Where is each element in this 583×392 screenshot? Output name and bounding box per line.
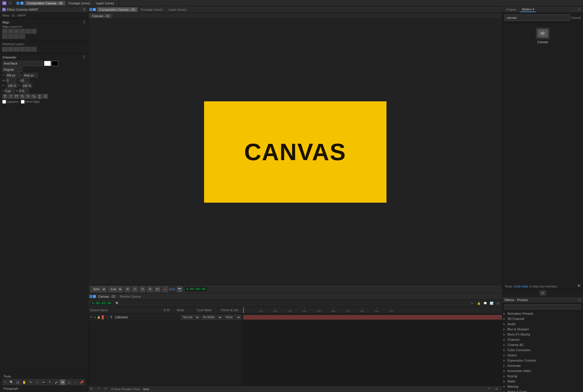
list-item[interactable]: 3D Channel [502, 316, 583, 321]
record-btn[interactable]: ● [162, 286, 168, 292]
clone-tool-btn[interactable]: ✱ [60, 379, 65, 385]
list-item[interactable]: Noise & Grain [502, 389, 583, 392]
tl-motion-blur-btn[interactable]: ◎ [496, 301, 500, 306]
align-hcenter-btn[interactable]: ⊢ [8, 29, 13, 34]
dist-btn2[interactable]: |↕| [8, 47, 13, 52]
smallcaps-btn[interactable]: Tt [20, 94, 25, 99]
motion4-tab[interactable]: Motion 4 [520, 7, 536, 12]
status-settings-btn[interactable]: ⛰ [495, 387, 500, 391]
safe-zones-btn[interactable]: ⊡ [132, 286, 138, 292]
canvas-02-tab[interactable]: Canvas - 02 [89, 14, 112, 18]
dist-btn3[interactable]: |→| [14, 47, 19, 52]
list-item[interactable]: Keying [502, 373, 583, 379]
vsz-input[interactable] [22, 83, 32, 88]
tl-timecode[interactable]: 0:00:00:00 [90, 301, 113, 306]
tracking-input[interactable] [6, 78, 16, 83]
pan-tool-btn[interactable]: ✋ [21, 379, 27, 385]
layer-visibility-btn[interactable]: 👁 [90, 316, 93, 319]
align-left-btn[interactable]: ⊣ [2, 29, 8, 34]
composition-canvas-tab[interactable]: Composition Canvas - 02 [97, 7, 138, 12]
hindi-digits-checkbox[interactable] [21, 100, 25, 104]
tl-render-queue-label[interactable]: Render Queue [120, 295, 141, 298]
quality-select[interactable]: Full Half Quarter [108, 286, 123, 292]
list-item[interactable]: Blur & Sharpen [502, 327, 583, 332]
grid-btn[interactable]: ⊞ [124, 286, 130, 292]
layer-lock-icon[interactable]: 🔒 [97, 316, 100, 319]
list-item[interactable]: Immersive Video [502, 368, 583, 373]
tl-search-btn[interactable]: 🔍 [115, 301, 120, 306]
tl-graph-btn[interactable]: 📊 [489, 301, 494, 306]
zoom-tool-btn[interactable]: 🔍 [9, 379, 14, 385]
project-tab[interactable]: Project [505, 7, 518, 12]
list-item[interactable]: Matte [502, 379, 583, 384]
tl-home-btn[interactable]: ⊢ [470, 301, 475, 306]
caps-btn[interactable]: TT [14, 94, 19, 99]
auto-px-input[interactable] [23, 73, 38, 78]
ligatures-checkbox[interactable] [2, 100, 6, 104]
sup-btn[interactable]: T² [25, 94, 31, 99]
list-item[interactable]: Generate [502, 363, 583, 368]
track-bar-1[interactable] [243, 315, 502, 320]
zoom-select[interactable]: 50% 100% 25% [91, 286, 107, 292]
dist-btn1[interactable]: |←| [2, 47, 8, 52]
font-family-input[interactable] [2, 61, 43, 66]
dist-btn6[interactable]: ⊣ [31, 47, 36, 52]
rulers-btn[interactable]: ⊞ [147, 286, 153, 292]
align-sel-btn3[interactable]: ↔ [14, 34, 19, 39]
align-hamburger-icon[interactable]: ☰ [83, 20, 86, 24]
align-right-btn[interactable]: ⊢ [14, 29, 19, 34]
layer-parent-select[interactable]: None [224, 315, 241, 320]
align-vcenter-btn[interactable]: ⊥ [25, 29, 31, 34]
status-btn3[interactable]: ⊞ [104, 387, 109, 391]
dist-btn4[interactable]: ↔ [20, 47, 25, 52]
select-tool-btn[interactable]: ↖ [2, 379, 8, 385]
status-btn2[interactable]: ⊡ [98, 387, 102, 391]
align-sel-btn2[interactable]: ↕ [8, 34, 13, 39]
list-item[interactable]: Expression Controls [502, 358, 583, 363]
tl-lock-btn[interactable]: 🔒 [476, 301, 481, 306]
tsshift-input[interactable] [19, 89, 29, 93]
list-item[interactable]: Channel [502, 337, 583, 342]
italic-btn[interactable]: T [8, 94, 13, 99]
font-size-input[interactable] [6, 73, 20, 78]
status-zoom-btn[interactable]: ⊕ [488, 387, 493, 391]
playhead[interactable] [243, 307, 244, 313]
list-item[interactable]: Distort [502, 353, 583, 358]
camera-tool-btn[interactable]: 🎥 [15, 379, 21, 385]
rotate-tool-btn[interactable]: ↻ [28, 379, 34, 385]
text-tool-btn[interactable]: T [47, 379, 53, 385]
brush-tool-btn[interactable]: 🖌 [53, 379, 59, 385]
pen-tool-btn[interactable]: ✒ [41, 379, 46, 385]
align-bottom-btn[interactable]: ⊥ [31, 29, 36, 34]
right-panel-hamburger-icon[interactable]: ☰ [578, 8, 581, 11]
bold-btn[interactable]: T [2, 94, 8, 99]
list-item[interactable]: Boris FX Mocha [502, 332, 583, 337]
stroke-color-swatch[interactable] [52, 61, 58, 66]
tl-comment-btn[interactable]: 💬 [483, 301, 487, 306]
align-top-btn[interactable]: ⊤ [20, 29, 25, 34]
comp-tab-label[interactable]: Composition Canvas - 02 [25, 1, 65, 6]
guides-btn[interactable]: ⊟ [140, 286, 145, 292]
align-sel-btn1[interactable]: ↔ [2, 34, 8, 39]
list-item[interactable]: Animation Presets [502, 311, 583, 316]
baseline-input[interactable] [5, 89, 15, 93]
layer-matte-select[interactable]: No Matte Alpha Matte [201, 315, 223, 320]
strike-btn[interactable]: T [43, 94, 48, 99]
snapshot-btn[interactable]: 📷 [177, 286, 183, 292]
motion4-search-input[interactable] [505, 14, 570, 21]
puppet-tool-btn[interactable]: ⌂ [72, 379, 78, 385]
effects-hamburger-icon[interactable]: ☰ [578, 298, 581, 302]
fill-color-swatch[interactable] [44, 61, 51, 66]
status-btn1[interactable]: ▶ [91, 387, 95, 391]
panel-toggle-btn[interactable]: ≡ [540, 291, 546, 295]
list-item[interactable]: Color Correction [502, 347, 583, 353]
sub-btn[interactable]: T₂ [31, 94, 36, 99]
list-item[interactable]: Audio [502, 321, 583, 327]
tsz-input[interactable] [7, 83, 17, 88]
canvas-result-item[interactable]: Canvas [505, 25, 581, 46]
layer-name-label[interactable]: CANVAS [115, 316, 180, 319]
leading-input[interactable] [19, 78, 30, 83]
font-style-input[interactable] [2, 67, 23, 72]
effects-search-input[interactable] [505, 304, 581, 309]
pin-tool-btn[interactable]: 📌 [79, 379, 85, 385]
